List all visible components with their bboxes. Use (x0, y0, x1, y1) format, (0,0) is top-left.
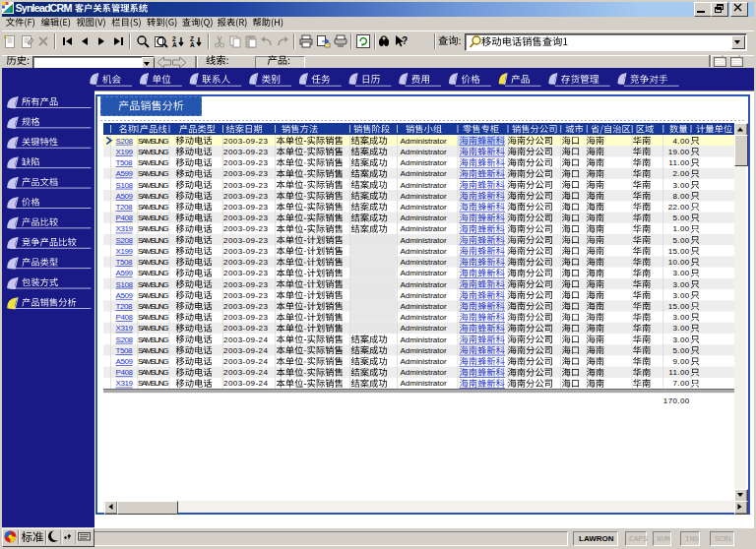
svg-text:T508: T508 (116, 346, 134, 355)
svg-text:Administrator: Administrator (401, 346, 447, 355)
svg-text:2003-09-23: 2003-09-23 (223, 258, 269, 267)
svg-text:SAMSUNG: SAMSUNG (138, 313, 168, 322)
svg-text:3.00: 3.00 (673, 181, 690, 190)
svg-text:2003-09-23: 2003-09-23 (223, 280, 269, 289)
svg-text:15.00: 15.00 (668, 247, 690, 256)
svg-text:7.00: 7.00 (673, 379, 690, 388)
svg-text:SAMSUNG: SAMSUNG (138, 181, 168, 190)
svg-text:2003-09-23: 2003-09-23 (223, 181, 269, 190)
svg-text:Administrator: Administrator (401, 224, 447, 233)
svg-text:Administrator: Administrator (401, 324, 447, 333)
svg-text:22.00: 22.00 (668, 203, 690, 212)
svg-text:Administrator: Administrator (401, 379, 447, 388)
svg-text:SAMSUNG: SAMSUNG (138, 247, 168, 256)
svg-text:A509: A509 (116, 291, 134, 300)
svg-text:CAPS: CAPS (629, 535, 648, 543)
svg-text:S108: S108 (116, 280, 134, 289)
svg-text:2003-09-24: 2003-09-24 (223, 357, 269, 366)
svg-text:Administrator: Administrator (401, 247, 447, 256)
svg-text:2003-09-23: 2003-09-23 (223, 158, 269, 167)
svg-text:P408: P408 (116, 214, 134, 222)
svg-text:2003-09-23: 2003-09-23 (223, 203, 269, 212)
svg-text:SAMSUNG: SAMSUNG (138, 324, 168, 333)
svg-text:INS: INS (685, 535, 699, 543)
svg-text:S208: S208 (116, 137, 134, 146)
svg-text:2003-09-24: 2003-09-24 (223, 346, 269, 355)
svg-text:1.00: 1.00 (673, 224, 690, 233)
svg-text:Administrator: Administrator (401, 291, 447, 300)
svg-text:2003-09-23: 2003-09-23 (223, 137, 269, 146)
svg-text:2003-09-23: 2003-09-23 (223, 214, 269, 222)
svg-text:5.00: 5.00 (673, 236, 690, 245)
svg-text:SAMSUNG: SAMSUNG (138, 236, 168, 245)
svg-text:SAMSUNG: SAMSUNG (138, 357, 168, 366)
svg-text:SAMSUNG: SAMSUNG (138, 192, 168, 201)
svg-text:T508: T508 (116, 158, 134, 167)
svg-text:SAMSUNG: SAMSUNG (138, 203, 168, 212)
svg-text:SAMSUNG: SAMSUNG (138, 158, 168, 167)
svg-text:2003-09-23: 2003-09-23 (223, 148, 269, 156)
svg-text:T208: T208 (116, 203, 134, 212)
svg-text:P408: P408 (116, 313, 134, 322)
svg-text:Administrator: Administrator (401, 236, 447, 245)
svg-text:SAMSUNG: SAMSUNG (138, 346, 168, 355)
svg-text:2.00: 2.00 (673, 169, 690, 178)
svg-text:SAMSUNG: SAMSUNG (138, 137, 168, 146)
svg-text:4.00: 4.00 (673, 137, 690, 146)
svg-text:11.00: 11.00 (668, 368, 690, 377)
svg-text:Administrator: Administrator (401, 169, 447, 178)
svg-text:Administrator: Administrator (401, 181, 447, 190)
svg-text:SAMSUNG: SAMSUNG (138, 148, 168, 156)
svg-text:A: A (190, 41, 195, 48)
svg-text:SAMSUNG: SAMSUNG (138, 291, 168, 300)
svg-text:SAMSUNG: SAMSUNG (138, 224, 168, 233)
svg-text:A599: A599 (116, 269, 134, 277)
svg-text:Administrator: Administrator (401, 357, 447, 366)
svg-text:S208: S208 (116, 236, 134, 245)
svg-text:3.00: 3.00 (673, 336, 690, 344)
svg-text:T208: T208 (116, 302, 134, 311)
svg-text:X199: X199 (116, 148, 134, 156)
svg-text:8.00: 8.00 (673, 192, 690, 201)
svg-text:SAMSUNG: SAMSUNG (138, 280, 168, 289)
svg-text:SAMSUNG: SAMSUNG (138, 368, 168, 377)
svg-text:2003-09-23: 2003-09-23 (223, 247, 269, 256)
svg-text:3.00: 3.00 (673, 280, 690, 289)
svg-text:Administrator: Administrator (401, 336, 447, 344)
svg-text:Administrator: Administrator (401, 313, 447, 322)
svg-text:X319: X319 (116, 324, 134, 333)
svg-text:A: A (172, 41, 177, 48)
svg-text:SAMSUNG: SAMSUNG (138, 302, 168, 311)
svg-text:3.00: 3.00 (673, 313, 690, 322)
svg-text:A509: A509 (116, 192, 134, 201)
svg-text:2003-09-23: 2003-09-23 (223, 169, 269, 178)
svg-text:X319: X319 (116, 379, 134, 388)
svg-text:A509: A509 (116, 357, 134, 366)
svg-text:SAMSUNG: SAMSUNG (138, 169, 168, 178)
svg-text:5.00: 5.00 (673, 346, 690, 355)
svg-text:2003-09-23: 2003-09-23 (223, 291, 269, 300)
svg-text:10.00: 10.00 (668, 258, 690, 267)
svg-text:2003-09-23: 2003-09-23 (223, 313, 269, 322)
svg-text:3.00: 3.00 (673, 291, 690, 300)
svg-text:3.00: 3.00 (673, 324, 690, 333)
svg-text:2003-09-23: 2003-09-23 (223, 224, 269, 233)
svg-text:Administrator: Administrator (401, 302, 447, 311)
svg-text:Administrator: Administrator (401, 258, 447, 267)
svg-text:SAMSUNG: SAMSUNG (138, 214, 168, 222)
svg-text:SCRL: SCRL (715, 535, 733, 543)
svg-text:Administrator: Administrator (401, 158, 447, 167)
svg-text:S208: S208 (116, 336, 134, 344)
svg-text:?: ? (402, 35, 408, 46)
svg-text:15.00: 15.00 (668, 302, 690, 311)
svg-text:2003-09-23: 2003-09-23 (223, 236, 269, 245)
svg-text:T508: T508 (116, 258, 134, 267)
svg-text:Administrator: Administrator (401, 368, 447, 377)
svg-text:2003-09-23: 2003-09-23 (223, 192, 269, 201)
svg-text:2003-09-24: 2003-09-24 (223, 336, 269, 344)
svg-text:2003-09-24: 2003-09-24 (223, 379, 269, 388)
svg-text:Administrator: Administrator (401, 148, 447, 156)
svg-text:SAMSUNG: SAMSUNG (138, 269, 168, 277)
svg-text:2003-09-23: 2003-09-23 (223, 302, 269, 311)
svg-text:5.00: 5.00 (673, 214, 690, 222)
